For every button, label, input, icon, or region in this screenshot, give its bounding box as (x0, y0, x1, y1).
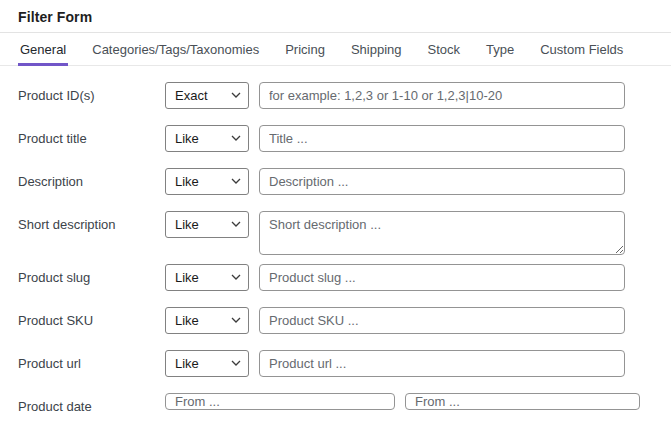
tab-pricing[interactable]: Pricing (283, 33, 327, 66)
product-url-operator-select[interactable]: Like (165, 350, 249, 377)
field-label-description: Description (18, 168, 165, 189)
product-title-input[interactable] (259, 125, 625, 152)
filter-form: Product ID(s) Exact Product title Like D… (0, 66, 671, 414)
tab-custom-fields[interactable]: Custom Fields (538, 33, 625, 66)
tab-general[interactable]: General (18, 33, 68, 66)
operator-select-wrap: Like (165, 264, 249, 291)
description-operator-select[interactable]: Like (165, 168, 249, 195)
form-row-product-sku: Product SKU Like (18, 307, 671, 334)
product-date-to-input[interactable] (405, 393, 640, 410)
tab-type[interactable]: Type (484, 33, 516, 66)
page-title: Filter Form (18, 9, 653, 25)
tab-categories-tags-taxonomies[interactable]: Categories/Tags/Taxonomies (90, 33, 261, 66)
short-description-textarea[interactable] (259, 211, 625, 255)
field-label-short-description: Short description (18, 211, 165, 232)
product-ids-input[interactable] (259, 82, 625, 109)
form-row-product-ids: Product ID(s) Exact (18, 82, 671, 109)
tab-shipping[interactable]: Shipping (349, 33, 404, 66)
product-title-operator-select[interactable]: Like (165, 125, 249, 152)
field-label-product-slug: Product slug (18, 264, 165, 285)
product-ids-operator-select[interactable]: Exact (165, 82, 249, 109)
operator-select-wrap: Like (165, 350, 249, 377)
product-sku-input[interactable] (259, 307, 625, 334)
operator-select-wrap: Exact (165, 82, 249, 109)
field-label-product-date: Product date (18, 393, 165, 414)
short-description-operator-select[interactable]: Like (165, 211, 249, 238)
tab-stock[interactable]: Stock (426, 33, 463, 66)
form-row-short-description: Short description Like (18, 211, 671, 255)
operator-select-wrap: Like (165, 125, 249, 152)
product-sku-operator-select[interactable]: Like (165, 307, 249, 334)
field-label-product-title: Product title (18, 125, 165, 146)
form-row-product-title: Product title Like (18, 125, 671, 152)
description-input[interactable] (259, 168, 625, 195)
operator-select-wrap: Like (165, 168, 249, 195)
form-row-description: Description Like (18, 168, 671, 195)
field-label-product-url: Product url (18, 350, 165, 371)
form-row-product-date: Product date (18, 393, 671, 414)
product-slug-operator-select[interactable]: Like (165, 264, 249, 291)
field-label-product-ids: Product ID(s) (18, 82, 165, 103)
product-date-from-input[interactable] (165, 393, 395, 410)
operator-select-wrap: Like (165, 211, 249, 238)
form-row-product-slug: Product slug Like (18, 264, 671, 291)
page-header: Filter Form (0, 0, 671, 33)
form-row-product-url: Product url Like (18, 350, 671, 377)
tab-bar: General Categories/Tags/Taxonomies Prici… (0, 33, 671, 66)
field-label-product-sku: Product SKU (18, 307, 165, 328)
product-url-input[interactable] (259, 350, 625, 377)
operator-select-wrap: Like (165, 307, 249, 334)
product-slug-input[interactable] (259, 264, 625, 291)
